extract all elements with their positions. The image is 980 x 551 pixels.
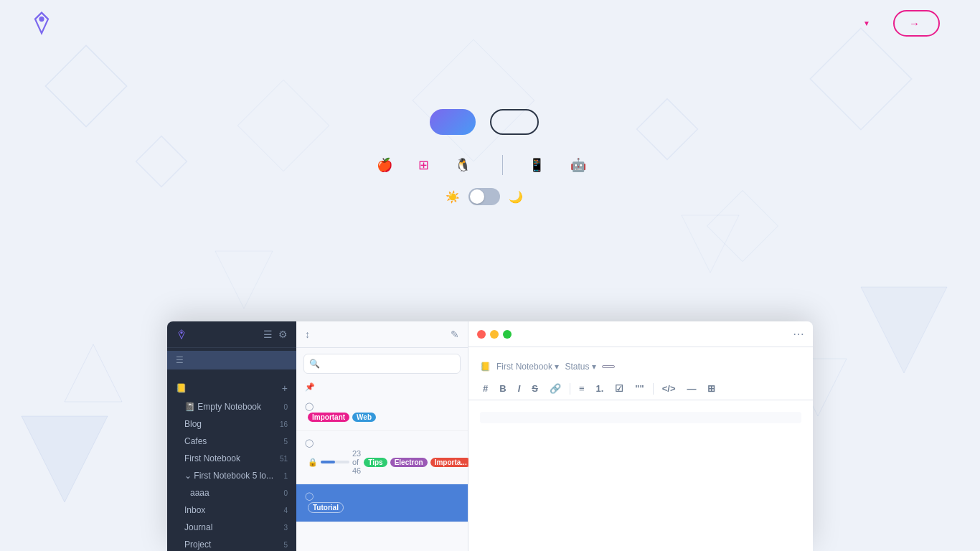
notebook-inbox-label: Inbox: [184, 505, 205, 515]
platform-ios[interactable]: 📱: [529, 157, 550, 173]
windows-icon: ⊞: [418, 157, 429, 173]
search-input[interactable]: [303, 354, 461, 374]
ios-icon: 📱: [529, 157, 545, 173]
apple-icon: 🍎: [377, 157, 392, 173]
sort-icon[interactable]: ↕: [305, 329, 310, 340]
editor-titlebar: ⋯: [468, 321, 813, 347]
window-more-icon[interactable]: ⋯: [793, 327, 804, 341]
sidebar-menu-icon[interactable]: ☰: [263, 329, 273, 340]
notebook-project-label: Project: [184, 540, 211, 550]
notebook-blog[interactable]: Blog 16: [167, 415, 296, 433]
note-meta-simple: 🔒 23 of 46 Tips Electron Importa...: [305, 449, 459, 475]
login-icon: →: [909, 17, 920, 29]
note-item-four-dash[interactable]: ◯ Important Web: [296, 395, 468, 431]
lock-icon: 🔒: [308, 458, 318, 467]
compose-icon[interactable]: ✎: [451, 329, 459, 340]
progress-fill: [321, 461, 335, 463]
svg-marker-5: [65, 344, 122, 402]
notebook-cafes-count: 5: [283, 438, 288, 446]
notebook-project-count: 5: [283, 541, 288, 549]
notebook-inbox[interactable]: Inbox 4: [167, 501, 296, 519]
notebook-first5[interactable]: ⌄ First Notebook 5 lo... 1: [167, 467, 296, 484]
toolbar-check-btn[interactable]: ☑: [612, 382, 626, 395]
editor-tag-tutorial[interactable]: [602, 365, 615, 368]
app-sidebar: ☰ ⚙ ☰ 📒 + 📓 Empty Notebook 0: [167, 321, 296, 551]
nav-more[interactable]: ▼: [849, 14, 882, 33]
notebook-first[interactable]: First Notebook 51: [167, 450, 296, 467]
notebook-first-count: 51: [280, 455, 288, 463]
note-item-simple[interactable]: ◯ 🔒 23 of 46 Tips Electron Importa...: [296, 431, 468, 484]
svg-point-14: [180, 331, 182, 334]
notebook-first-label: First Notebook: [184, 453, 240, 463]
status-badge[interactable]: Status ▾: [565, 362, 595, 372]
nav-docs[interactable]: [820, 17, 843, 29]
app-screenshot: ☰ ⚙ ☰ 📒 + 📓 Empty Notebook 0: [167, 321, 813, 551]
platform-android[interactable]: 🤖: [570, 157, 592, 173]
sidebar-header: ☰ ⚙: [167, 321, 296, 348]
note-meta-four-dash: Important Web: [305, 413, 459, 422]
notebook-empty-count: 0: [283, 403, 288, 411]
platform-divider: [502, 155, 503, 175]
all-notes-icon: ☰: [176, 355, 184, 365]
note-list-header: ↕ ✎: [296, 321, 468, 348]
toolbar-sep-1: [570, 383, 570, 395]
window-close[interactable]: [477, 330, 486, 339]
notebook-journal-count: 3: [283, 524, 288, 532]
notebook-journal[interactable]: Journal 3: [167, 519, 296, 536]
nav-plugins[interactable]: [791, 17, 814, 29]
toolbar-italic-btn[interactable]: I: [515, 382, 524, 395]
notebooks-header[interactable]: 📒 +: [167, 378, 296, 398]
search-icon: 🔍: [309, 359, 320, 369]
platform-macos[interactable]: 🍎: [377, 157, 398, 173]
add-notebook-icon[interactable]: +: [282, 382, 288, 394]
login-button[interactable]: →: [893, 10, 940, 37]
hero-buttons: [430, 109, 539, 135]
toolbar-ol-btn[interactable]: 1.: [593, 382, 607, 395]
tag-web: Web: [352, 413, 376, 422]
toolbar-quote-btn[interactable]: "": [632, 382, 646, 395]
notebook-cafes[interactable]: Cafes 5: [167, 433, 296, 450]
notebook-blog-count: 16: [280, 420, 288, 428]
chevron-down-icon: ▼: [863, 19, 870, 27]
tag-important: Important: [308, 413, 349, 422]
sidebar-logo: [176, 329, 192, 340]
theme-toggle[interactable]: [468, 188, 500, 205]
editor-notebook[interactable]: First Notebook ▾: [496, 362, 559, 372]
tag-importa: Importa...: [430, 458, 471, 467]
nav-pricing[interactable]: [763, 17, 786, 29]
nav-links: ▼ →: [763, 10, 940, 37]
toolbar-h-btn[interactable]: #: [480, 382, 491, 395]
note-status-icon-2: ◯: [305, 438, 314, 448]
logo-link[interactable]: [29, 10, 62, 36]
platform-linux[interactable]: 🐧: [455, 157, 476, 173]
svg-point-13: [39, 17, 44, 22]
toolbar-table-btn[interactable]: ⊞: [705, 382, 718, 395]
toolbar-link-btn[interactable]: 🔗: [547, 382, 564, 395]
toolbar-strike-btn[interactable]: S: [529, 382, 541, 395]
notebook-journal-label: Journal: [184, 522, 212, 532]
sidebar-item-all-notes[interactable]: ☰: [167, 351, 296, 369]
navigation: ▼ →: [0, 0, 969, 46]
toolbar-hr-btn[interactable]: —: [684, 382, 699, 395]
notebook-empty-label: 📓 Empty Notebook: [184, 402, 261, 412]
note-meta-markdown: Tutorial: [305, 502, 459, 513]
toolbar-ul-btn[interactable]: ≡: [576, 382, 588, 395]
window-maximize[interactable]: [503, 330, 512, 339]
sidebar-settings-icon[interactable]: ⚙: [278, 329, 288, 340]
window-minimize[interactable]: [490, 330, 499, 339]
linux-icon: 🐧: [455, 157, 471, 173]
platform-windows[interactable]: ⊞: [418, 157, 435, 173]
toolbar-code-btn[interactable]: </>: [659, 382, 679, 395]
progress-bar-container: [321, 461, 349, 463]
toolbar-bold-btn[interactable]: B: [496, 382, 509, 395]
note-status-icon-3: ◯: [305, 491, 314, 501]
notebook-aaaa[interactable]: aaaa 0: [167, 484, 296, 501]
demo-button[interactable]: [490, 109, 539, 135]
notebook-empty[interactable]: 📓 Empty Notebook 0: [167, 398, 296, 415]
toggle-thumb: [470, 189, 484, 204]
trial-button[interactable]: [430, 109, 476, 135]
sidebar-header-icons: ☰ ⚙: [263, 329, 288, 340]
notebook-project[interactable]: Project 5: [167, 536, 296, 551]
svg-marker-6: [861, 287, 947, 373]
note-item-markdown[interactable]: ◯ Tutorial: [296, 484, 468, 522]
